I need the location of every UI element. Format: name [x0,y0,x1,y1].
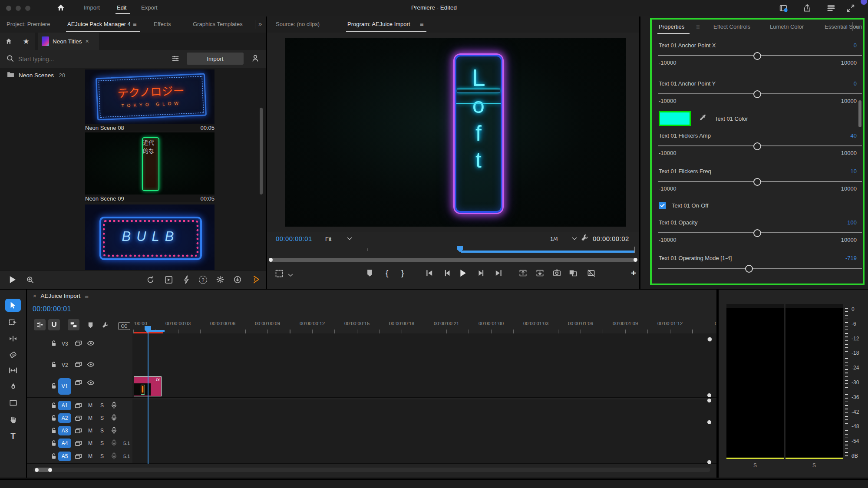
tab-lumetri-color[interactable]: Lumetri Color [770,23,804,30]
track-row-a4[interactable]: A4 M S 5.1 [27,437,716,451]
sync-lock-icon[interactable] [75,428,82,435]
doc-tab-neon-titles[interactable]: Neon Titles × [38,33,99,50]
eyedropper-icon[interactable] [699,114,707,123]
mute-button[interactable]: M [88,453,92,459]
scrollbar-handle-left[interactable] [269,258,273,262]
lock-icon[interactable] [51,440,57,448]
track-row-a3[interactable]: A3 M S [27,425,716,438]
tool-ripple-edit[interactable] [5,332,21,345]
mute-button[interactable]: M [88,402,92,409]
sync-lock-icon[interactable] [75,361,82,369]
voiceover-mic-icon[interactable] [111,414,117,423]
tool-selection[interactable] [5,299,21,312]
solo-button[interactable]: S [100,453,104,459]
tool-rectangle[interactable] [5,396,21,409]
aejuice-logo-icon[interactable] [252,275,261,285]
filter-icon[interactable] [171,54,180,64]
monitor-menu-icon[interactable]: ≡ [420,20,424,28]
track-row-a5[interactable]: A5 M S 5.1 [27,450,716,464]
multicam-off-icon[interactable] [587,269,595,278]
timeline-tab[interactable]: × AEJuice Import ≡ [27,290,89,302]
fullscreen-icon[interactable] [846,3,855,14]
download-icon[interactable] [234,276,241,285]
sync-lock-icon[interactable] [75,440,82,448]
captions-icon[interactable]: CC [118,322,130,330]
track-lane[interactable] [132,333,716,355]
track-lane[interactable] [132,437,716,450]
track-row-v2[interactable]: V2 [27,355,716,376]
account-icon[interactable] [251,54,260,64]
extract-icon[interactable] [536,269,544,278]
track-row-a2[interactable]: A2 M S [27,412,716,425]
video-preview-icon[interactable] [165,276,173,285]
add-marker-icon[interactable] [366,269,373,278]
zoom-in-icon[interactable] [26,276,34,285]
tool-type[interactable]: T [5,430,21,443]
param-value[interactable]: -719 [845,255,857,261]
settings-gear-icon[interactable] [216,276,224,285]
mute-button[interactable]: M [88,428,92,434]
track-visibility-eye-icon[interactable] [87,340,95,347]
tab-effect-controls[interactable]: Effect Controls [713,23,750,30]
param-slider[interactable] [652,178,863,185]
step-back-icon[interactable] [444,269,452,278]
panel-menu-icon[interactable]: ≡ [133,20,137,28]
voiceover-mic-icon[interactable] [111,452,117,461]
sync-lock-icon[interactable] [75,379,82,387]
thumbnail-scrollbar[interactable] [260,108,263,195]
sync-icon[interactable] [146,276,155,285]
param-value[interactable]: 10 [851,168,857,175]
timeline-horizontal-scrollbar[interactable] [33,468,710,472]
tab-project-premiere[interactable]: Project: Premiere [7,21,50,27]
playback-resolution-select[interactable]: 1/4 [548,234,579,244]
lock-icon[interactable] [51,402,57,410]
solo-button[interactable]: S [100,415,104,421]
thumbnail-bulb[interactable]: BULB [85,204,215,270]
tab-source[interactable]: Source: (no clips) [276,21,320,27]
lightning-icon[interactable] [183,275,191,285]
browser-home-button[interactable] [0,33,17,50]
tool-slip[interactable] [5,364,21,377]
voiceover-mic-icon[interactable] [111,439,117,448]
track-target-badge[interactable]: A5 [58,452,71,461]
lock-icon[interactable] [51,415,57,423]
tab-program[interactable]: Program: AEJuice Import [347,21,410,27]
timeline-wrench-icon[interactable] [102,321,109,330]
sync-lock-icon[interactable] [75,415,82,422]
properties-overflow-chevrons[interactable]: » [855,23,858,30]
sync-lock-icon[interactable] [75,453,82,461]
solo-button[interactable]: S [100,428,104,434]
playhead-line[interactable] [148,333,149,464]
voiceover-mic-icon[interactable] [111,427,117,435]
solo-button[interactable]: S [100,440,104,446]
search-input[interactable] [17,53,141,65]
workspace-icon[interactable] [779,3,788,14]
lift-icon[interactable] [519,269,527,278]
sync-lock-icon[interactable] [75,402,82,410]
insert-overwrite-toggle[interactable] [34,319,46,330]
monitor-mini-timeline[interactable] [267,246,639,255]
properties-menu-icon[interactable]: ≡ [696,23,700,30]
chevron-down-icon[interactable] [288,272,293,278]
solo-button[interactable]: S [100,402,104,409]
track-lane[interactable] [132,425,716,437]
param-slider[interactable] [652,52,863,59]
share-export-icon[interactable] [802,3,812,14]
lock-icon[interactable] [51,428,57,435]
param-value[interactable]: 100 [847,219,857,226]
param-value[interactable]: 0 [854,42,857,49]
thumbnail-neon-scene-08[interactable]: テクノロジー TOKYO GLOW [85,69,215,124]
tab-effects[interactable]: Effects [154,21,171,27]
scrollbar-handle-right[interactable] [634,258,637,262]
param-value[interactable]: 40 [851,132,857,139]
step-forward-icon[interactable] [477,269,485,278]
track-row-a1[interactable]: A1 M S [27,399,716,412]
monitor-scrollbar[interactable] [269,258,637,262]
track-target-badge[interactable]: V1 [58,378,71,395]
solo-right-button[interactable]: S [812,462,816,468]
play-button[interactable] [459,269,467,279]
track-row-v1[interactable]: V1 fx [27,376,716,398]
program-timecode[interactable]: 00:00:00:01 [276,235,312,242]
mute-button[interactable]: M [88,440,92,446]
linked-selection-toggle[interactable] [68,319,79,330]
